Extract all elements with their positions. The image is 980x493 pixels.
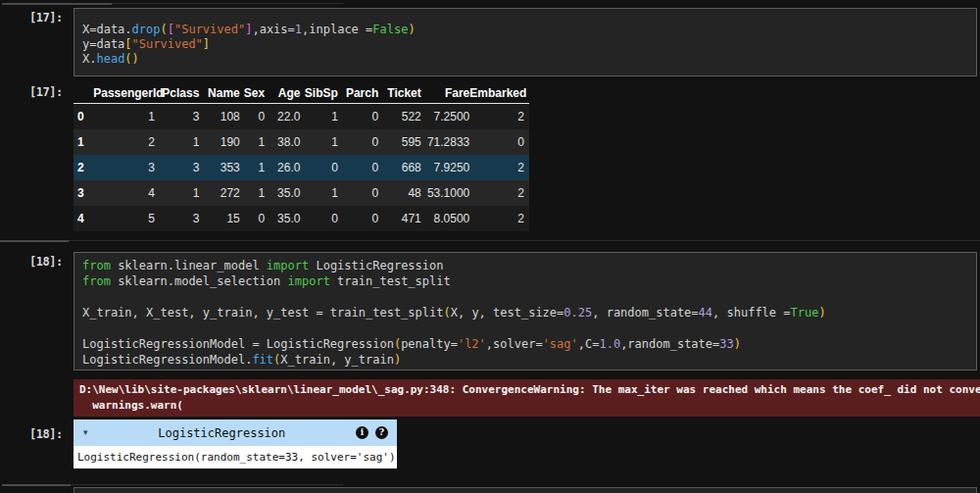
cell-divider-highlight: [0, 240, 69, 242]
row-index: 3: [74, 180, 93, 206]
code-token: 33: [719, 337, 733, 351]
code-token: ): [394, 353, 401, 367]
code-token: 'l2': [458, 337, 486, 351]
table-row[interactable]: 233353126.0006687.92502: [74, 155, 529, 180]
table-cell: 1: [300, 104, 337, 130]
dataframe-table: PassengerIdPclassNameSexAgeSibSpParchTic…: [74, 85, 529, 231]
table-cell: 2: [469, 104, 529, 130]
table-cell: 1: [240, 155, 265, 180]
code-line: y=data["Survived"]: [82, 37, 968, 52]
column-header: Age: [265, 85, 300, 104]
execution-count-in-18: [18]:: [29, 255, 63, 269]
table-cell: 190: [199, 129, 239, 155]
code-token: X.: [82, 52, 96, 66]
table-cell: 53.1000: [421, 180, 470, 206]
table-cell: 0: [240, 206, 265, 231]
table-cell: 26.0: [265, 155, 300, 180]
code-token: 1: [295, 23, 302, 36]
table-cell: 595: [378, 129, 420, 155]
table-cell: 1: [155, 129, 199, 155]
code-token: X_train, X_test, y_train, y_test = train…: [82, 306, 443, 320]
code-line: [82, 289, 968, 305]
table-cell: 471: [378, 206, 420, 231]
code-line: X=data.drop(["Survived"],axis=1,inplace …: [82, 23, 968, 37]
code-token: import: [267, 259, 309, 272]
table-cell: 1: [240, 180, 265, 206]
execution-count-in-17: [17]:: [29, 11, 63, 25]
code-token: ]: [203, 37, 210, 51]
execution-count-out-18: [18]:: [29, 427, 63, 441]
code-token: False: [372, 23, 408, 36]
code-token: penalty=: [401, 337, 458, 351]
code-line: X_train, X_test, y_train, y_test = train…: [82, 305, 968, 320]
code-token: (): [124, 52, 138, 66]
dataframe-body: 013108022.0105227.25002121190138.0105957…: [74, 104, 529, 232]
table-row[interactable]: 121190138.01059571.28330: [74, 129, 529, 155]
table-cell: 15: [199, 206, 239, 231]
table-cell: 3: [155, 155, 199, 180]
code-editor-18[interactable]: from sklearn.linear_model import Logisti…: [74, 253, 976, 368]
info-icon[interactable]: i: [356, 426, 368, 439]
table-cell: 2: [469, 180, 529, 206]
table-cell: 3: [155, 104, 199, 130]
code-token: X, y, test_size=: [451, 306, 564, 320]
table-cell: 8.0500: [421, 206, 470, 231]
table-cell: 1: [155, 180, 199, 206]
code-token: sklearn.linear_model: [111, 259, 267, 272]
code-token: X_train, y_train: [280, 353, 394, 367]
table-cell: 22.0: [265, 104, 300, 130]
code-cell-18[interactable]: from sklearn.linear_model import Logisti…: [74, 252, 977, 370]
table-cell: 668: [378, 155, 420, 180]
table-cell: 48: [378, 180, 420, 206]
code-token: (: [160, 23, 167, 36]
column-header: PassengerId: [93, 85, 155, 104]
code-token: fit: [252, 353, 273, 367]
code-token: head: [96, 52, 124, 66]
code-cell-17[interactable]: X=data.drop(["Survived"],axis=1,inplace …: [74, 8, 977, 76]
table-cell: 0: [469, 129, 529, 155]
table-row[interactable]: 341272135.0104853.10002: [74, 180, 529, 206]
table-cell: 7.2500: [421, 104, 470, 130]
table-cell: 71.2833: [421, 129, 470, 155]
row-index: 4: [74, 206, 93, 231]
code-line: X.head(): [82, 52, 968, 67]
code-token: drop: [132, 23, 161, 36]
table-row[interactable]: 45315035.0004718.05002: [74, 206, 529, 231]
table-cell: 0: [338, 206, 378, 231]
table-cell: 1: [300, 129, 337, 155]
code-token: [: [124, 37, 131, 51]
code-token: train_test_split: [330, 274, 451, 288]
stderr-output: D:\New\lib\site-packages\sklearn\linear_…: [74, 379, 980, 417]
next-code-cell-partial[interactable]: [74, 487, 977, 493]
dataframe-header: PassengerIdPclassNameSexAgeSibSpParchTic…: [74, 85, 529, 104]
code-token: ,random_state=: [620, 337, 719, 351]
row-index: 2: [74, 155, 93, 180]
table-cell: 38.0: [265, 129, 300, 155]
cell-divider-highlight: [2, 3, 112, 5]
table-cell: 0: [240, 104, 265, 130]
stderr-line: warnings.warn(: [79, 398, 974, 414]
help-icon[interactable]: ?: [375, 426, 388, 439]
dataframe-output: PassengerIdPclassNameSexAgeSibSpParchTic…: [74, 85, 529, 231]
table-cell: 0: [300, 155, 337, 180]
code-token: from: [82, 259, 111, 272]
estimator-widget-header[interactable]: ▾ LogisticRegression i ?: [74, 419, 397, 446]
table-cell: 272: [199, 180, 239, 206]
cell-divider-top: [2, 3, 343, 4]
table-row[interactable]: 013108022.0105227.25002: [74, 104, 529, 130]
code-token: 0.25: [564, 306, 592, 320]
column-header: Name: [199, 85, 239, 104]
table-cell: 0: [338, 104, 378, 130]
code-token: from: [82, 274, 111, 288]
estimator-icon-group: i ?: [356, 426, 388, 439]
code-token: y=data: [82, 37, 124, 51]
code-editor-17[interactable]: X=data.drop(["Survived"],axis=1,inplace …: [74, 9, 976, 67]
table-cell: 4: [93, 180, 155, 206]
code-token: 44: [699, 306, 712, 320]
code-token: (: [443, 306, 450, 320]
code-token: , shuffle =: [712, 306, 790, 320]
estimator-repr: LogisticRegression(random_state=33, solv…: [74, 446, 397, 468]
table-cell: 3: [155, 206, 199, 231]
code-token: True: [791, 306, 819, 320]
code-token: [: [168, 23, 174, 36]
